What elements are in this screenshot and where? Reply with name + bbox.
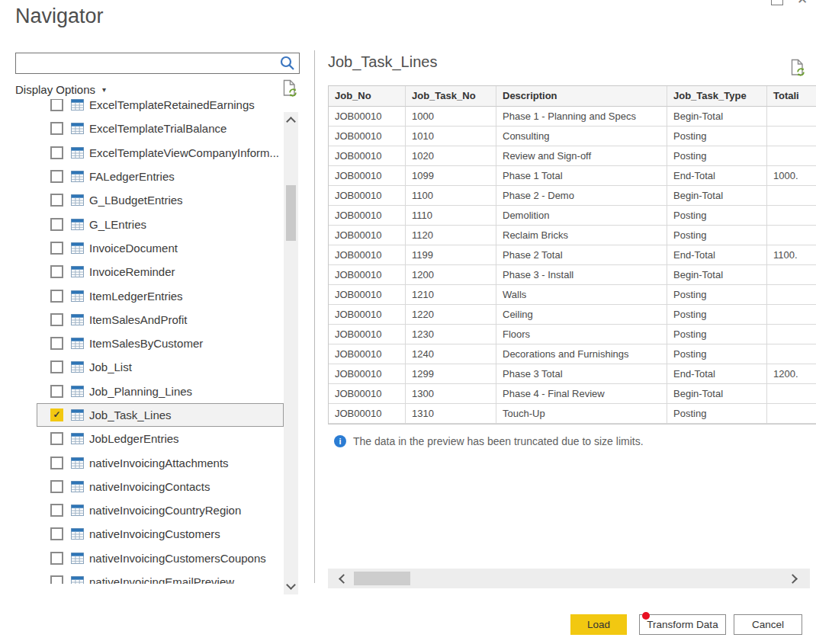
item-checkbox[interactable]	[50, 337, 63, 350]
sidebar-table-item[interactable]: ✓ Job_Task_Lines	[37, 403, 284, 427]
item-checkbox[interactable]	[50, 194, 63, 207]
sidebar-table-item[interactable]: Job_List	[37, 355, 284, 379]
sidebar-table-item[interactable]: JobLedgerEntries	[37, 427, 284, 450]
item-checkbox[interactable]	[50, 360, 63, 373]
sidebar-table-item[interactable]: nativeInvoicingContacts	[37, 475, 284, 498]
cancel-button[interactable]: Cancel	[734, 614, 802, 635]
item-label: nativeInvoicingAttachments	[89, 457, 229, 469]
item-checkbox[interactable]	[50, 122, 63, 135]
sidebar-table-item[interactable]: nativeInvoicingCustomersCoupons	[37, 546, 284, 570]
table-cell: JOB00010	[329, 344, 406, 364]
item-checkbox[interactable]	[50, 432, 63, 445]
table-row: JOB000101020Review and Sign-offPosting	[329, 146, 816, 166]
sidebar-table-item[interactable]: Job_Planning_Lines	[37, 380, 284, 403]
item-checkbox[interactable]	[50, 527, 63, 540]
preview-header-row: Job_NoJob_Task_NoDescriptionJob_Task_Typ…	[329, 86, 816, 107]
table-cell: 1240	[406, 344, 496, 364]
table-cell: 1220	[406, 305, 496, 325]
item-checkbox[interactable]	[50, 146, 63, 159]
item-checkbox[interactable]	[50, 242, 63, 255]
table-cell: Posting	[667, 404, 767, 424]
table-icon	[71, 147, 84, 159]
item-label: ItemSalesAndProfit	[89, 313, 187, 326]
item-checkbox[interactable]	[50, 575, 63, 584]
sidebar-table-item[interactable]: ExcelTemplateViewCompanyInform...	[37, 141, 284, 165]
preview-horizontal-scrollbar[interactable]	[328, 569, 810, 588]
table-cell: JOB00010	[329, 206, 406, 226]
table-list: ExcelTemplateRetainedEarnings ExcelTempl…	[15, 99, 284, 584]
scroll-up-icon[interactable]	[286, 117, 296, 127]
item-label: G_LEntries	[89, 218, 146, 231]
dialog-title: Navigator	[15, 5, 104, 28]
item-checkbox[interactable]	[50, 265, 63, 278]
sidebar-table-item[interactable]: nativeInvoicingCustomers	[37, 522, 284, 546]
sidebar-table-item[interactable]: ItemSalesByCustomer	[37, 332, 284, 355]
table-cell: JOB00010	[329, 325, 406, 344]
search-icon[interactable]	[279, 55, 296, 75]
table-cell: Posting	[667, 285, 767, 305]
sidebar-table-item[interactable]: G_LBudgetEntries	[37, 188, 284, 212]
item-checkbox[interactable]	[50, 385, 63, 398]
display-options-dropdown[interactable]: Display Options ▾	[15, 83, 106, 96]
table-row: JOB000101230FloorsPosting	[329, 325, 816, 344]
item-checkbox[interactable]: ✓	[50, 409, 63, 421]
item-checkbox[interactable]	[50, 313, 63, 326]
table-cell: Demolition	[496, 206, 667, 226]
item-checkbox[interactable]	[50, 457, 63, 469]
close-icon[interactable]: ✕	[797, 0, 808, 8]
table-cell: Posting	[667, 146, 767, 166]
scroll-left-icon[interactable]	[339, 574, 349, 584]
refresh-icon[interactable]	[281, 78, 298, 101]
table-icon	[71, 505, 84, 516]
table-row: JOB000101300Phase 4 - Final ReviewBegin-…	[329, 384, 816, 404]
table-cell: 1199	[406, 245, 496, 265]
maximize-icon[interactable]	[771, 0, 783, 5]
item-checkbox[interactable]	[50, 504, 63, 517]
horizontal-scrollbar-thumb[interactable]	[354, 572, 410, 585]
table-icon	[71, 219, 84, 230]
load-button[interactable]: Load	[570, 614, 627, 635]
table-cell: 1210	[406, 285, 496, 305]
table-cell: 1020	[406, 146, 496, 166]
sidebar-table-item[interactable]: ItemSalesAndProfit	[37, 308, 284, 332]
table-icon	[71, 361, 84, 373]
item-checkbox[interactable]	[50, 290, 63, 303]
sidebar-table-item[interactable]: nativeInvoicingCountryRegion	[37, 498, 284, 522]
sidebar-table-item[interactable]: InvoiceReminder	[37, 260, 284, 284]
item-label: ExcelTemplateRetainedEarnings	[89, 99, 255, 111]
preview-refresh-icon[interactable]	[789, 58, 806, 80]
sidebar-table-item[interactable]: nativeInvoicingEmailPreview	[37, 570, 284, 584]
table-cell: Touch-Up	[496, 404, 667, 424]
item-label: InvoiceDocument	[89, 242, 178, 255]
scroll-down-icon[interactable]	[286, 580, 296, 590]
sidebar-table-item[interactable]: ItemLedgerEntries	[37, 284, 284, 307]
item-checkbox[interactable]	[50, 99, 63, 111]
item-label: ExcelTemplateViewCompanyInform...	[89, 146, 279, 159]
table-cell: End-Total	[667, 364, 767, 384]
item-checkbox[interactable]	[50, 170, 63, 183]
item-checkbox[interactable]	[50, 552, 63, 565]
sidebar-table-item[interactable]: G_LEntries	[37, 212, 284, 235]
sidebar-table-item[interactable]: InvoiceDocument	[37, 236, 284, 260]
table-cell: Posting	[667, 305, 767, 325]
scroll-right-icon[interactable]	[788, 574, 798, 584]
transform-data-button[interactable]: Transform Data	[639, 614, 726, 635]
item-checkbox[interactable]	[50, 218, 63, 231]
sidebar-table-item[interactable]: FALedgerEntries	[37, 165, 284, 188]
scrollbar-thumb[interactable]	[286, 185, 296, 241]
transform-data-label: Transform Data	[647, 619, 718, 630]
column-header: Totali	[767, 86, 816, 107]
table-cell: Phase 1 Total	[496, 166, 667, 186]
sidebar-table-item[interactable]: nativeInvoicingAttachments	[37, 450, 284, 474]
search-input[interactable]	[19, 55, 278, 72]
sidebar-table-item[interactable]: ExcelTemplateTrialBalance	[37, 117, 284, 140]
item-label: nativeInvoicingCustomersCoupons	[89, 552, 266, 565]
table-icon	[71, 457, 84, 469]
table-row: JOB000101240Decorations and FurnishingsP…	[329, 344, 816, 364]
column-header: Description	[496, 86, 667, 107]
item-checkbox[interactable]	[50, 480, 63, 493]
table-cell: Reclaim Bricks	[496, 226, 667, 245]
table-cell	[767, 384, 816, 404]
sidebar-table-item[interactable]: ExcelTemplateRetainedEarnings	[37, 99, 284, 117]
sidebar-scrollbar[interactable]	[284, 112, 298, 594]
